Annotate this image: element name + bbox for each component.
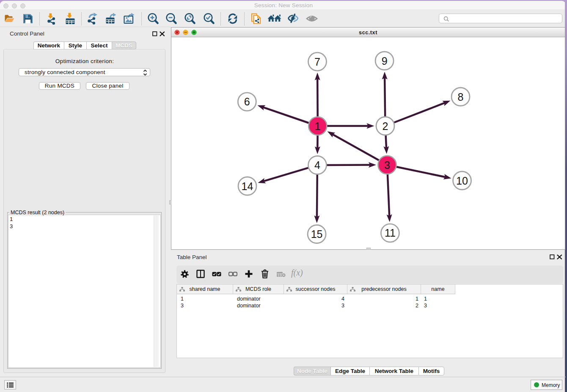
svg-text:1: 1 xyxy=(315,120,321,132)
svg-text:8: 8 xyxy=(458,91,464,103)
svg-text:3: 3 xyxy=(384,159,390,171)
svg-text:15: 15 xyxy=(311,228,323,240)
svg-text:7: 7 xyxy=(314,56,320,68)
svg-text:6: 6 xyxy=(244,96,250,108)
svg-text:2: 2 xyxy=(383,120,388,132)
svg-text:10: 10 xyxy=(456,175,468,187)
svg-text:11: 11 xyxy=(385,227,396,239)
svg-text:9: 9 xyxy=(382,55,388,67)
svg-text:14: 14 xyxy=(242,180,253,192)
svg-text:4: 4 xyxy=(314,159,320,171)
